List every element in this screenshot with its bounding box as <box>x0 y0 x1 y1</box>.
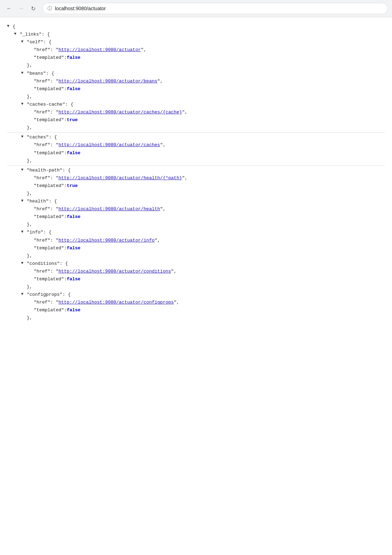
divider-1 <box>7 132 385 133</box>
beans-close: }, <box>7 93 385 101</box>
conditions-href-link[interactable]: http://localhost:9080/actuator/condition… <box>58 268 171 275</box>
caches-cache-key-line: ▼ "caches-cache": { <box>7 101 385 108</box>
health-key-line: ▼ "health": { <box>7 198 385 205</box>
configprops-href-line: "href": "http://localhost:9080/actuator/… <box>7 299 385 306</box>
nav-buttons: ← → ↻ <box>4 4 38 13</box>
configprops-toggle[interactable]: ▼ <box>21 291 26 298</box>
health-path-toggle[interactable]: ▼ <box>21 167 26 173</box>
caches-href-link[interactable]: http://localhost:9080/actuator/caches <box>58 141 160 149</box>
root-open: ▼ { <box>7 23 385 31</box>
configprops-close: }, <box>7 314 385 322</box>
info-toggle[interactable]: ▼ <box>21 229 26 235</box>
beans-templated-line: "templated": false <box>7 85 385 93</box>
caches-cache-close: }, <box>7 124 385 132</box>
health-templated-line: "templated": false <box>7 213 385 221</box>
health-path-href-line: "href": "http://localhost:9080/actuator/… <box>7 174 385 182</box>
health-href-line: "href": "http://localhost:9080/actuator/… <box>7 205 385 213</box>
self-href-line: "href": "http://localhost:9080/actuator"… <box>7 46 385 54</box>
beans-key-line: ▼ "beans": { <box>7 70 385 77</box>
beans-href-link[interactable]: http://localhost:9080/actuator/beans <box>58 77 157 85</box>
address-text: localhost:9080/actuator <box>55 6 106 11</box>
self-close: }, <box>7 62 385 69</box>
configprops-href-link[interactable]: http://localhost:9080/actuator/configpro… <box>58 299 174 306</box>
divider-2 <box>7 166 385 166</box>
health-close: }, <box>7 221 385 229</box>
address-bar[interactable]: ⓘ localhost:9080/actuator <box>42 3 388 14</box>
caches-close: }, <box>7 157 385 165</box>
caches-key-line: ▼ "caches": { <box>7 133 385 141</box>
conditions-templated-line: "templated": false <box>7 275 385 283</box>
caches-cache-href-line: "href": "http://localhost:9080/actuator/… <box>7 108 385 116</box>
browser-chrome: ← → ↻ ⓘ localhost:9080/actuator <box>0 0 392 17</box>
info-href-line: "href": "http://localhost:9080/actuator/… <box>7 237 385 244</box>
self-href-link[interactable]: http://localhost:9080/actuator <box>58 46 141 54</box>
health-path-close: }, <box>7 190 385 198</box>
info-key-line: ▼ "info": { <box>7 229 385 236</box>
security-icon: ⓘ <box>48 5 52 12</box>
configprops-key-line: ▼ "configprops": { <box>7 291 385 299</box>
conditions-key-line: ▼ "conditions": { <box>7 260 385 268</box>
conditions-close: }, <box>7 283 385 291</box>
caches-cache-href-link[interactable]: http://localhost:9080/actuator/caches/{c… <box>58 108 182 116</box>
caches-href-line: "href": "http://localhost:9080/actuator/… <box>7 141 385 149</box>
caches-toggle[interactable]: ▼ <box>21 133 26 140</box>
caches-templated-line: "templated": false <box>7 149 385 157</box>
links-key-line: ▼ "_links": { <box>7 31 385 38</box>
reload-button[interactable]: ↻ <box>28 4 38 13</box>
health-href-link[interactable]: http://localhost:9080/actuator/health <box>58 205 160 213</box>
self-templated-line: "templated": false <box>7 54 385 62</box>
self-toggle[interactable]: ▼ <box>21 38 26 45</box>
health-toggle[interactable]: ▼ <box>21 198 26 204</box>
health-path-href-link[interactable]: http://localhost:9080/actuator/health/{*… <box>58 174 182 182</box>
health-path-key-line: ▼ "health-path": { <box>7 167 385 174</box>
configprops-templated-line: "templated": false <box>7 306 385 314</box>
root-toggle[interactable]: ▼ <box>7 23 12 30</box>
info-close: }, <box>7 252 385 260</box>
beans-href-line: "href": "http://localhost:9080/actuator/… <box>7 77 385 85</box>
back-button[interactable]: ← <box>4 4 14 13</box>
forward-button[interactable]: → <box>16 4 26 13</box>
links-toggle[interactable]: ▼ <box>14 31 19 37</box>
conditions-toggle[interactable]: ▼ <box>21 260 26 267</box>
beans-toggle[interactable]: ▼ <box>21 70 26 76</box>
json-viewer: ▼ { ▼ "_links": { ▼ "self": { "href": "h… <box>0 17 392 328</box>
caches-cache-toggle[interactable]: ▼ <box>21 101 26 107</box>
conditions-href-line: "href": "http://localhost:9080/actuator/… <box>7 268 385 275</box>
health-path-templated-line: "templated": true <box>7 182 385 190</box>
caches-cache-templated-line: "templated": true <box>7 116 385 124</box>
self-key-line: ▼ "self": { <box>7 38 385 46</box>
info-href-link[interactable]: http://localhost:9080/actuator/info <box>58 237 154 244</box>
info-templated-line: "templated": false <box>7 244 385 252</box>
